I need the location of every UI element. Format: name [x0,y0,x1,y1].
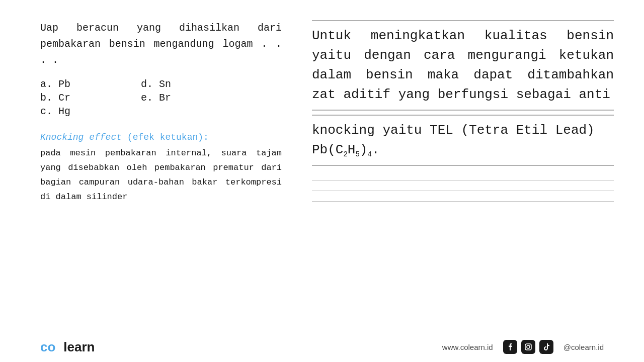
footer-right: www.colearn.id [442,340,604,354]
knocking-title-italic: Knocking effect [40,132,122,142]
tiktok-icon [539,340,553,354]
options-row-1: a. Pb d. Sn [40,78,282,90]
instagram-icon [521,340,535,354]
main-container: Uap beracun yang dihasilkan dari pembaka… [0,0,644,362]
question-text: Uap beracun yang dihasilkan dari pembaka… [40,20,282,68]
brand-co: co [40,339,55,355]
empty-line-3 [312,201,614,202]
answer-block: Untuk meningkatkan kualitas bensin yaitu… [312,20,614,111]
empty-line-1 [312,180,614,180]
option-a-letter: a. [40,78,52,90]
knocking-desc: pada mesin pembakaran internal, suara ta… [40,146,282,205]
content-area: Uap beracun yang dihasilkan dari pembaka… [0,0,644,332]
footer: co learn www.colearn.id [0,332,644,362]
option-e-value: Br [159,92,171,104]
brand-logo: co learn [40,339,95,355]
option-a: a. Pb [40,78,141,90]
knocking-title-normal: (efek ketukan): [122,132,209,142]
facebook-icon [503,340,517,354]
options-row-3: c. Hg [40,106,282,117]
social-icons [503,340,553,354]
option-b-letter: b. [40,92,52,104]
option-b-value: Cr [58,92,70,104]
options-list: a. Pb d. Sn b. Cr e. Br [40,78,282,117]
tel-text: knocking yaitu TEL (Tetra Etil Lead) Pb(… [312,121,614,160]
option-a-value: Pb [58,78,70,90]
option-b: b. Cr [40,92,141,104]
option-d-letter: d. [141,78,153,90]
social-handle: @colearn.id [564,343,604,351]
options-row-2: b. Cr e. Br [40,92,282,104]
option-d-value: Sn [159,78,171,90]
empty-line-2 [312,191,614,191]
website-text: www.colearn.id [442,343,493,351]
option-e-letter: e. [141,92,153,104]
option-d: d. Sn [141,78,242,90]
answer-text: Untuk meningkatkan kualitas bensin yaitu… [312,26,614,105]
right-panel: Untuk meningkatkan kualitas bensin yaitu… [302,20,614,322]
option-c: c. Hg [40,106,141,117]
tel-block: knocking yaitu TEL (Tetra Etil Lead) Pb(… [312,115,614,166]
knocking-title: Knocking effect (efek ketukan): [40,132,282,142]
option-c-letter: c. [40,106,52,117]
svg-rect-0 [525,344,531,350]
left-panel: Uap beracun yang dihasilkan dari pembaka… [40,20,302,322]
svg-point-2 [529,345,530,346]
knocking-section: Knocking effect (efek ketukan): pada mes… [40,132,282,205]
brand-learn: learn [63,339,95,355]
option-c-value: Hg [58,106,70,117]
svg-point-1 [527,345,530,348]
option-e: e. Br [141,92,242,104]
